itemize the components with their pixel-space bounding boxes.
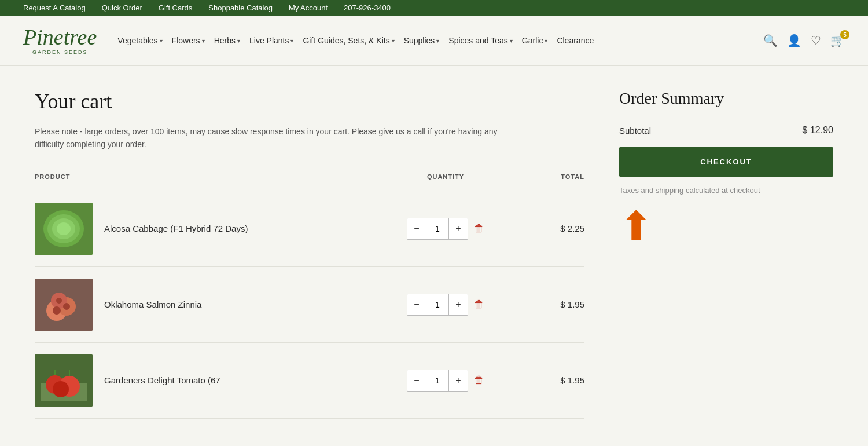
quantity-input[interactable] bbox=[426, 218, 449, 239]
logo[interactable]: Pinetree GARDEN SEEDS bbox=[23, 26, 97, 55]
wishlist-icon[interactable]: ♡ bbox=[811, 34, 821, 47]
item-total: $ 1.95 bbox=[503, 299, 584, 309]
cart-item: Oklahoma Salmon Zinnia − + 🗑 $ 1.95 bbox=[35, 267, 584, 343]
logo-sub-text: GARDEN SEEDS bbox=[23, 49, 97, 55]
chevron-down-icon: ▾ bbox=[160, 38, 163, 44]
phone-link[interactable]: 207-926-3400 bbox=[344, 3, 391, 12]
col-quantity-header: QUANTITY bbox=[388, 173, 503, 180]
cart-item: Alcosa Cabbage (F1 Hybrid 72 Days) − + 🗑… bbox=[35, 191, 584, 267]
nav-garlic[interactable]: Garlic ▾ bbox=[518, 34, 551, 47]
checkout-button[interactable]: CHECKOUT bbox=[619, 147, 833, 177]
quick-order-link[interactable]: Quick Order bbox=[102, 3, 142, 12]
nav-spices[interactable]: Spices and Teas ▾ bbox=[445, 34, 516, 47]
nav-gift-guides[interactable]: Gift Guides, Sets, & Kits ▾ bbox=[299, 34, 398, 47]
qty-box: − + bbox=[407, 294, 468, 316]
quantity-control: − + 🗑 bbox=[388, 218, 503, 240]
subtotal-label: Subtotal bbox=[619, 126, 651, 136]
quantity-increase-button[interactable]: + bbox=[449, 218, 468, 239]
cart-notice: Please note - large orders, over 100 ite… bbox=[35, 125, 509, 151]
cart-title: Your cart bbox=[35, 89, 584, 114]
request-catalog-link[interactable]: Request A Catalog bbox=[23, 3, 86, 12]
product-image bbox=[35, 279, 93, 331]
cart-icon[interactable]: 🛒 5 bbox=[830, 34, 845, 47]
order-summary-title: Order Summary bbox=[619, 89, 833, 108]
top-bar: Request A Catalog Quick Order Gift Cards… bbox=[0, 0, 868, 16]
chevron-down-icon: ▾ bbox=[237, 38, 240, 44]
col-total-header: TOTAL bbox=[503, 173, 584, 180]
quantity-increase-button[interactable]: + bbox=[449, 370, 468, 391]
chevron-down-icon: ▾ bbox=[392, 38, 395, 44]
main-nav: Vegetables ▾ Flowers ▾ Herbs ▾ Live Plan… bbox=[114, 34, 756, 47]
nav-vegetables[interactable]: Vegetables ▾ bbox=[114, 34, 165, 47]
item-name: Oklahoma Salmon Zinnia bbox=[104, 298, 201, 310]
search-icon[interactable]: 🔍 bbox=[763, 34, 778, 47]
gift-cards-link[interactable]: Gift Cards bbox=[159, 3, 193, 12]
product-image bbox=[35, 203, 93, 255]
header: Pinetree GARDEN SEEDS Vegetables ▾ Flowe… bbox=[0, 16, 868, 66]
svg-point-16 bbox=[53, 381, 69, 397]
shoppable-catalog-link[interactable]: Shoppable Catalog bbox=[208, 3, 273, 12]
delete-item-button[interactable]: 🗑 bbox=[474, 222, 484, 235]
logo-main-text: Pinetree bbox=[23, 26, 97, 48]
nav-clearance[interactable]: Clearance bbox=[553, 34, 597, 47]
delete-item-button[interactable]: 🗑 bbox=[474, 374, 484, 386]
order-summary: Order Summary Subtotal $ 12.90 CHECKOUT … bbox=[619, 89, 833, 419]
item-total: $ 1.95 bbox=[503, 375, 584, 385]
svg-point-11 bbox=[56, 298, 62, 304]
quantity-input[interactable] bbox=[426, 294, 449, 315]
subtotal-row: Subtotal $ 12.90 bbox=[619, 125, 833, 136]
col-product-header: PRODUCT bbox=[35, 173, 388, 180]
my-account-link[interactable]: My Account bbox=[289, 3, 328, 12]
item-info: Gardeners Delight Tomato (67 bbox=[35, 354, 388, 407]
item-info: Oklahoma Salmon Zinnia bbox=[35, 279, 388, 331]
header-icons: 🔍 👤 ♡ 🛒 5 bbox=[763, 34, 845, 47]
svg-point-4 bbox=[57, 222, 71, 235]
cart-table-header: PRODUCT QUANTITY TOTAL bbox=[35, 169, 584, 185]
main-content: Your cart Please note - large orders, ov… bbox=[0, 66, 868, 442]
item-name: Alcosa Cabbage (F1 Hybrid 72 Days) bbox=[104, 222, 248, 235]
chevron-down-icon: ▾ bbox=[545, 38, 547, 44]
chevron-down-icon: ▾ bbox=[290, 38, 293, 44]
item-info: Alcosa Cabbage (F1 Hybrid 72 Days) bbox=[35, 203, 388, 255]
cart-section: Your cart Please note - large orders, ov… bbox=[35, 89, 584, 419]
delete-item-button[interactable]: 🗑 bbox=[474, 298, 484, 310]
cart-count-badge: 5 bbox=[840, 30, 849, 39]
subtotal-value: $ 12.90 bbox=[803, 125, 833, 136]
account-icon[interactable]: 👤 bbox=[787, 34, 801, 47]
nav-live-plants[interactable]: Live Plants ▾ bbox=[246, 34, 297, 47]
quantity-control: − + 🗑 bbox=[388, 294, 503, 316]
cart-item: Gardeners Delight Tomato (67 − + 🗑 $ 1.9… bbox=[35, 343, 584, 419]
quantity-decrease-button[interactable]: − bbox=[407, 370, 426, 391]
item-name: Gardeners Delight Tomato (67 bbox=[104, 374, 220, 386]
svg-point-9 bbox=[53, 306, 61, 315]
nav-flowers[interactable]: Flowers ▾ bbox=[168, 34, 208, 47]
qty-box: − + bbox=[407, 370, 468, 392]
quantity-decrease-button[interactable]: − bbox=[407, 218, 426, 239]
chevron-down-icon: ▾ bbox=[436, 38, 439, 44]
quantity-input[interactable] bbox=[426, 370, 449, 391]
quantity-increase-button[interactable]: + bbox=[449, 294, 468, 315]
chevron-down-icon: ▾ bbox=[202, 38, 205, 44]
chevron-down-icon: ▾ bbox=[510, 38, 513, 44]
svg-point-10 bbox=[63, 303, 70, 310]
qty-box: − + bbox=[407, 218, 468, 240]
item-total: $ 2.25 bbox=[503, 224, 584, 233]
scroll-up-arrow-icon[interactable]: ⬆ bbox=[619, 206, 833, 247]
nav-supplies[interactable]: Supplies ▾ bbox=[400, 34, 443, 47]
quantity-decrease-button[interactable]: − bbox=[407, 294, 426, 315]
taxes-note: Taxes and shipping calculated at checkou… bbox=[619, 186, 833, 195]
quantity-control: − + 🗑 bbox=[388, 370, 503, 392]
product-image bbox=[35, 354, 93, 407]
nav-herbs[interactable]: Herbs ▾ bbox=[211, 34, 244, 47]
